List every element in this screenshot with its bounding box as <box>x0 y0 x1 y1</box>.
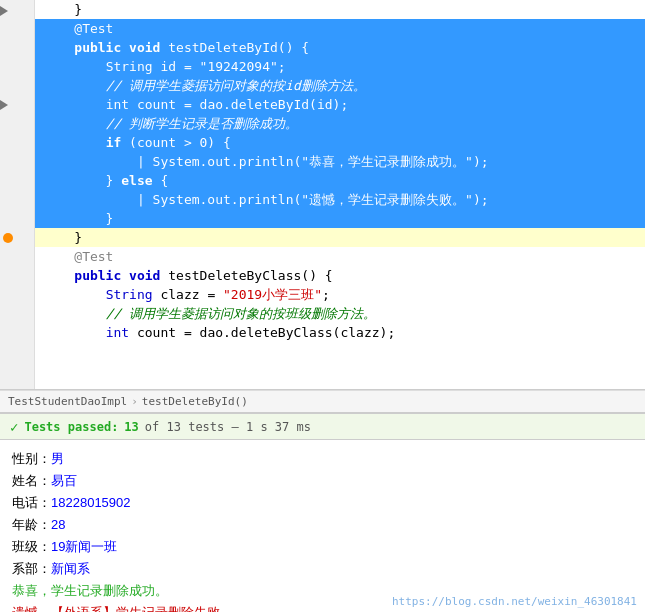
gutter-5 <box>0 76 34 95</box>
code-line-17: // 调用学生菱据访问对象的按班级删除方法。 <box>35 304 645 323</box>
breadcrumb-class: TestStudentDaoImpl <box>8 395 127 408</box>
code-line-14: @Test <box>35 247 645 266</box>
gutter-11 <box>0 190 34 209</box>
line-numbers <box>0 0 35 389</box>
output-line-6: 系部：新闻系 <box>12 558 633 580</box>
gutter-1 <box>0 0 34 19</box>
gutter-17 <box>0 304 34 323</box>
gutter-18 <box>0 323 34 342</box>
gutter-14 <box>0 247 34 266</box>
breadcrumb-method: testDeleteById() <box>142 395 248 408</box>
check-icon: ✓ <box>10 419 18 435</box>
code-line-6: int count = dao.deleteById(id); <box>35 95 645 114</box>
gutter-8 <box>0 133 34 152</box>
code-line-5: // 调用学生菱据访问对象的按id删除方法。 <box>35 76 645 95</box>
code-line-13: } <box>35 228 645 247</box>
code-line-15: public void testDeleteByClass() { <box>35 266 645 285</box>
test-passed-label: Tests passed: <box>24 420 118 434</box>
code-line-2: @Test <box>35 19 645 38</box>
gutter-10 <box>0 171 34 190</box>
code-line-12: } <box>35 209 645 228</box>
output-line-2: 姓名：易百 <box>12 470 633 492</box>
code-line-11: | System.out.println("遗憾，学生记录删除失败。"); <box>35 190 645 209</box>
code-line-18: int count = dao.deleteByClass(clazz); <box>35 323 645 342</box>
output-area: 性别：男 姓名：易百 电话：18228015902 年龄：28 班级：19新闻一… <box>0 440 645 612</box>
gutter-9 <box>0 152 34 171</box>
code-line-4: String id = "19242094"; <box>35 57 645 76</box>
code-line-10: } else { <box>35 171 645 190</box>
breadcrumb-separator: › <box>131 395 138 408</box>
test-result-bar: ✓ Tests passed: 13 of 13 tests – 1 s 37 … <box>0 412 645 440</box>
watermark: https://blog.csdn.net/weixin_46301841 <box>392 595 637 608</box>
output-line-1: 性别：男 <box>12 448 633 470</box>
gutter-2 <box>0 19 34 38</box>
gutter-3 <box>0 38 34 57</box>
gutter-13 <box>0 228 34 247</box>
gutter-6 <box>0 95 34 114</box>
gutter-7 <box>0 114 34 133</box>
gutter-16 <box>0 285 34 304</box>
code-line-8: if (count > 0) { <box>35 133 645 152</box>
code-editor: } @Test public void testDeleteById() { S… <box>0 0 645 390</box>
output-line-4: 年龄：28 <box>12 514 633 536</box>
test-detail: of 13 tests – 1 s 37 ms <box>145 420 311 434</box>
breadcrumb: TestStudentDaoImpl › testDeleteById() <box>0 390 645 412</box>
output-line-5: 班级：19新闻一班 <box>12 536 633 558</box>
code-line-3: public void testDeleteById() { <box>35 38 645 57</box>
code-line-9: | System.out.println("恭喜，学生记录删除成功。"); <box>35 152 645 171</box>
code-line-16: String clazz = "2019小学三班"; <box>35 285 645 304</box>
code-line-7: // 判断学生记录是否删除成功。 <box>35 114 645 133</box>
code-line-1: } <box>35 0 645 19</box>
output-line-3: 电话：18228015902 <box>12 492 633 514</box>
gutter-12 <box>0 209 34 228</box>
test-count: 13 <box>124 420 138 434</box>
code-lines[interactable]: } @Test public void testDeleteById() { S… <box>35 0 645 389</box>
gutter-15 <box>0 266 34 285</box>
gutter-4 <box>0 57 34 76</box>
